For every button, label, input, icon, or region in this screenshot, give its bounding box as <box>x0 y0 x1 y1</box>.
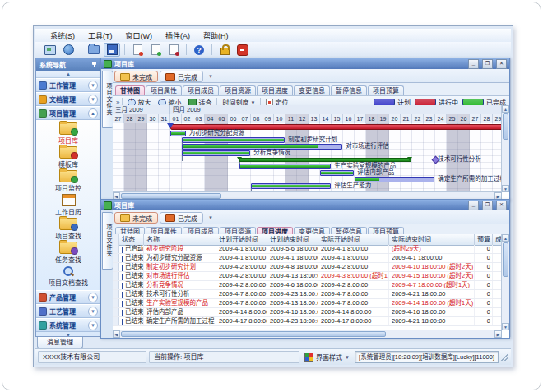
column-header-0[interactable]: 状态 <box>119 234 144 245</box>
sidebar-item-1[interactable]: 模板库 <box>36 145 100 169</box>
gantt-tab-7[interactable]: 项目预算 <box>368 85 404 95</box>
row-selector-cell[interactable] <box>113 263 119 271</box>
sidebar-item-5[interactable]: 任务查找 <box>36 241 100 265</box>
row-selector-cell[interactable] <box>113 272 119 280</box>
gantt-bar-task[interactable] <box>182 150 250 156</box>
table-row[interactable]: 已结束为初步研究分配资源2009-4-1 8:00:002009-4-1 18:… <box>113 254 502 263</box>
scroll-thumb[interactable] <box>503 242 508 277</box>
sidebar-collapse-button[interactable]: ▲ <box>36 71 100 78</box>
menu-item-2[interactable]: 窗口(W) <box>119 30 160 42</box>
column-header-5[interactable]: 实际结束时间 <box>389 234 475 245</box>
resize-grip[interactable] <box>501 353 508 361</box>
gantt-folder-tab-finished[interactable]: 已完成 <box>160 71 203 82</box>
row-selector-cell[interactable] <box>113 281 119 289</box>
row-selector-cell[interactable] <box>113 308 119 316</box>
row-selector-cell[interactable] <box>113 317 119 325</box>
scroll-down-icon[interactable]: ▼ <box>502 323 509 330</box>
gantt-tab-6[interactable]: 暂停信息 <box>331 85 367 95</box>
chevron-down-icon[interactable]: ▼ <box>88 81 98 90</box>
sidebar-item-6[interactable]: 项目文档查找 <box>36 265 100 288</box>
project-folder-vertical-tab[interactable]: 项目文件夹 <box>102 212 114 270</box>
table-row[interactable]: 已结束确定生产所需的加工过程2009-4-17 8:00:002009-4-23… <box>113 317 502 326</box>
menu-item-3[interactable]: 插件(A) <box>159 30 197 42</box>
scroll-right-icon[interactable]: ▶ <box>494 330 502 338</box>
table-row[interactable]: 已结束分析竞争情况2009-4-2 8:00:002009-4-6 18:00:… <box>113 281 502 290</box>
row-selector-cell[interactable] <box>113 254 119 262</box>
scroll-down-icon[interactable]: ▼ <box>502 185 509 192</box>
close-button[interactable]: ✕ <box>496 59 507 69</box>
table-window-titlebar[interactable]: 项目库 _ ❐ ✕ <box>101 200 509 210</box>
chevron-down-icon[interactable]: ▼ <box>88 293 98 302</box>
gantt-tab-1[interactable]: 项目属性 <box>146 85 182 95</box>
scroll-up-icon[interactable]: ▲ <box>502 234 509 242</box>
scroll-left-icon[interactable]: ◀ <box>113 330 120 338</box>
column-header-4[interactable]: 实际开始时间 <box>318 234 389 245</box>
scroll-thumb[interactable] <box>503 113 508 140</box>
doc-edit-button[interactable] <box>147 43 164 57</box>
gantt-bar-task[interactable] <box>170 131 186 136</box>
chevron-up-icon[interactable]: ▲ <box>88 108 98 118</box>
column-header-6[interactable]: 预算 <box>475 234 493 245</box>
project-folder-vertical-tab[interactable]: 项目文件夹 <box>102 71 114 128</box>
sidebar-section-4[interactable]: 工艺管理▼ <box>36 304 100 318</box>
sidebar-section-3[interactable]: 产品管理▼ <box>36 290 100 304</box>
sidebar-section-1[interactable]: 文档管理▼ <box>36 92 100 106</box>
sidebar-item-0[interactable]: 项目库 <box>36 122 100 145</box>
more-tabs-icon[interactable]: ▼ <box>205 74 216 79</box>
chevron-down-icon[interactable]: ▼ <box>88 321 98 330</box>
table-horizontal-scrollbar[interactable]: ◀ ▶ <box>113 330 502 338</box>
restore-button[interactable]: ❐ <box>482 59 493 69</box>
column-header-2[interactable]: 计划开始时间 <box>216 234 267 245</box>
sidebar-section-5[interactable]: 系统管理▼ <box>36 318 100 332</box>
table-row[interactable]: 已结束制定初步研究计划2009-4-2 8:00:002009-4-8 18:0… <box>113 263 502 272</box>
save-button[interactable] <box>104 43 120 57</box>
table-row[interactable]: 已结束技术可行性分析2009-4-7 8:00:002009-4-23 18:0… <box>113 290 502 299</box>
doc-add-button[interactable] <box>129 43 146 57</box>
gantt-vertical-scrollbar[interactable]: ▲ ▼ <box>501 105 509 192</box>
table-row[interactable]: 已结束生产实验室规模的产品2009-4-7 8:00:002009-4-13 1… <box>113 299 502 308</box>
scroll-thumb[interactable] <box>121 193 221 199</box>
menu-item-0[interactable]: 系统(S) <box>44 30 81 42</box>
row-selector-cell[interactable] <box>113 299 119 307</box>
scroll-up-icon[interactable]: ▲ <box>502 105 509 113</box>
gantt-bar-task[interactable] <box>320 170 354 176</box>
sidebar-section-2[interactable]: 项目管理▲ <box>36 106 100 120</box>
table-folder-tab-unfinished[interactable]: 未完成 <box>114 212 158 224</box>
gantt-tab-4[interactable]: 项目进度 <box>257 85 293 95</box>
close-button[interactable]: ✕ <box>496 201 507 210</box>
table-row[interactable]: 已启动初步研究阶段2009-4-1 8:00:002009-5-6 18:00:… <box>113 245 502 254</box>
gantt-window-titlebar[interactable]: 项目库 _ ❐ ✕ <box>101 58 509 69</box>
menu-item-4[interactable]: 帮助(H) <box>197 30 235 42</box>
doc-delete-button[interactable] <box>165 43 182 57</box>
chevron-down-icon[interactable]: ▼ <box>88 95 98 104</box>
row-selector-cell[interactable] <box>113 245 119 253</box>
table-vertical-scrollbar[interactable]: ▲ ▼ <box>501 234 509 330</box>
sidebar-section-0[interactable]: 工作管理▼ <box>36 78 100 92</box>
table-row[interactable]: 已结束对市场进行评估2009-4-2 8:00:002009-4-13 18:0… <box>113 272 502 281</box>
chevron-down-icon[interactable]: ▼ <box>88 307 98 316</box>
gantt-folder-tab-unfinished[interactable]: 未完成 <box>114 71 158 82</box>
more-tabs-icon[interactable]: ▼ <box>205 215 216 220</box>
gantt-tab-0[interactable]: 甘特图 <box>115 85 145 95</box>
gantt-tab-5[interactable]: 变更信息 <box>294 85 330 95</box>
gantt-tab-2[interactable]: 项目成员 <box>183 85 219 95</box>
pin-icon[interactable] <box>91 62 97 67</box>
table-row[interactable]: 已结束评估内部产品2009-4-14 8:00:002009-4-16 18:0… <box>113 308 502 317</box>
gantt-tab-3[interactable]: 项目资源 <box>220 85 256 95</box>
row-selector-cell[interactable] <box>113 290 119 298</box>
gantt-bar-task[interactable] <box>251 183 331 189</box>
message-management-tab[interactable]: 消息管理 <box>37 337 83 348</box>
restore-button[interactable]: ❐ <box>482 201 493 210</box>
minimize-button[interactable]: _ <box>468 59 479 69</box>
gantt-bar-task[interactable] <box>239 164 331 169</box>
globe-button[interactable] <box>60 43 77 57</box>
gantt-bar-task[interactable] <box>182 137 285 143</box>
sidebar-item-2[interactable]: 项目监控 <box>36 169 100 193</box>
ui-style-button[interactable]: 界面样式 ▼ <box>302 353 352 362</box>
monitor-button[interactable] <box>42 43 58 57</box>
minimize-button[interactable]: _ <box>468 201 479 210</box>
table-folder-tab-finished[interactable]: 已完成 <box>160 212 203 224</box>
help-button[interactable]: ? <box>191 43 207 57</box>
column-header-1[interactable]: 名称 <box>144 234 216 245</box>
scroll-thumb[interactable] <box>121 331 386 337</box>
